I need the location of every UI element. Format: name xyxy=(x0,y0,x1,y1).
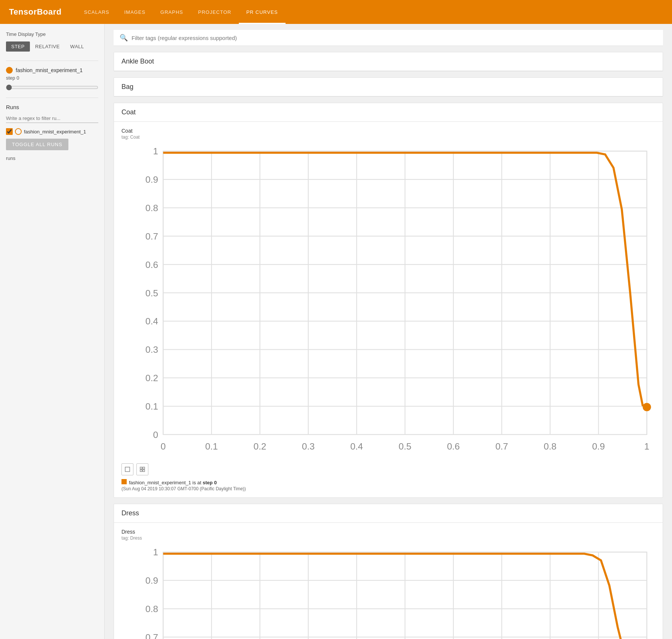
time-display-section: Time Display Type STEP RELATIVE WALL xyxy=(6,31,98,52)
svg-rect-48 xyxy=(143,467,145,469)
svg-text:0.5: 0.5 xyxy=(399,441,411,451)
toggle-all-runs-button[interactable]: TOGGLE ALL RUNS xyxy=(6,139,68,150)
dress-chart-container: Dress tag: Dress xyxy=(121,529,655,639)
app-header: TensorBoard SCALARS IMAGES GRAPHS PROJEC… xyxy=(0,0,672,24)
svg-rect-49 xyxy=(140,470,142,472)
svg-text:0.6: 0.6 xyxy=(447,441,460,451)
run-checkbox-row: fashion_mnist_experiment_1 xyxy=(6,128,98,135)
coat-chart-container: Coat tag: Coat xyxy=(121,128,655,491)
coat-chart-actions xyxy=(121,463,655,475)
dress-chart-tag: tag: Dress xyxy=(121,535,655,541)
app-logo: TensorBoard xyxy=(9,7,62,17)
run-entry-name: fashion_mnist_experiment_1 xyxy=(16,67,83,73)
svg-text:0.1: 0.1 xyxy=(145,401,158,411)
coat-chart-title: Coat xyxy=(121,128,655,134)
svg-text:0.6: 0.6 xyxy=(145,260,158,270)
svg-text:0.9: 0.9 xyxy=(145,575,158,586)
divider-2 xyxy=(6,98,98,98)
svg-text:0: 0 xyxy=(161,441,166,451)
expand-icon xyxy=(125,467,130,472)
nav-graphs[interactable]: GRAPHS xyxy=(153,0,191,24)
nav-scalars[interactable]: SCALARS xyxy=(77,0,117,24)
coat-expand-btn[interactable] xyxy=(121,463,133,475)
time-btn-wall[interactable]: WALL xyxy=(65,41,89,52)
svg-text:1: 1 xyxy=(153,146,158,156)
svg-text:0.8: 0.8 xyxy=(145,203,158,213)
section-dress-title: Dress xyxy=(114,504,663,523)
dress-chart-title: Dress xyxy=(121,529,655,535)
svg-text:0.4: 0.4 xyxy=(350,441,363,451)
nav-pr-curves[interactable]: PR CURVES xyxy=(239,0,286,24)
coat-legend-color xyxy=(121,479,127,484)
svg-text:0.1: 0.1 xyxy=(205,441,218,451)
svg-text:0.9: 0.9 xyxy=(592,441,605,451)
runs-filter-input[interactable] xyxy=(6,114,98,123)
main-content: 🔍 Ankle Boot Bag Coat Coat tag: Coat xyxy=(105,24,672,639)
step-slider[interactable] xyxy=(6,84,98,90)
svg-text:0.8: 0.8 xyxy=(544,441,557,451)
nav-projector[interactable]: PROJECTOR xyxy=(191,0,239,24)
coat-legend-text: fashion_mnist_experiment_1 is at step 0 xyxy=(129,480,217,485)
divider-1 xyxy=(6,61,98,61)
section-dress: Dress Dress tag: Dress xyxy=(114,504,663,639)
section-coat-body: Coat tag: Coat xyxy=(114,122,663,497)
tag-filter-input[interactable] xyxy=(132,35,657,41)
svg-point-45 xyxy=(643,403,651,411)
run-checkbox[interactable] xyxy=(6,128,13,135)
run-circle-icon xyxy=(15,128,22,135)
coat-chart-area: 1 0.9 0.8 0.7 0.6 0.5 0.4 0.3 0.2 0.1 0 xyxy=(121,143,655,460)
run-item-label: fashion_mnist_experiment_1 xyxy=(24,129,86,135)
section-coat: Coat Coat tag: Coat xyxy=(114,103,663,498)
coat-fit-btn[interactable] xyxy=(136,463,148,475)
coat-chart-tag: tag: Coat xyxy=(121,135,655,140)
svg-text:0: 0 xyxy=(153,430,158,440)
svg-text:0.8: 0.8 xyxy=(145,604,158,614)
svg-rect-47 xyxy=(140,467,142,469)
main-layout: Time Display Type STEP RELATIVE WALL fas… xyxy=(0,24,672,639)
svg-text:0.4: 0.4 xyxy=(145,316,158,326)
section-bag-title: Bag xyxy=(114,78,663,96)
svg-text:1: 1 xyxy=(644,441,650,451)
dress-chart-area: 1 0.9 0.8 0.7 xyxy=(121,544,655,639)
svg-text:0.5: 0.5 xyxy=(145,288,158,298)
coat-chart-svg: 1 0.9 0.8 0.7 0.6 0.5 0.4 0.3 0.2 0.1 0 xyxy=(121,143,655,460)
svg-text:0.9: 0.9 xyxy=(145,175,158,185)
dress-chart-svg: 1 0.9 0.8 0.7 xyxy=(121,544,655,639)
section-ankle-boot-title: Ankle Boot xyxy=(114,52,663,71)
nav-images[interactable]: IMAGES xyxy=(117,0,153,24)
svg-text:0.2: 0.2 xyxy=(145,373,158,383)
run-step-label: step 0 xyxy=(6,75,98,81)
svg-rect-50 xyxy=(143,470,145,472)
run-entry: fashion_mnist_experiment_1 xyxy=(6,67,98,74)
runs-section: Runs fashion_mnist_experiment_1 TOGGLE A… xyxy=(6,104,98,161)
svg-rect-46 xyxy=(125,467,130,472)
svg-text:0.7: 0.7 xyxy=(495,441,508,451)
section-dress-body: Dress tag: Dress xyxy=(114,523,663,639)
svg-text:0.2: 0.2 xyxy=(253,441,266,451)
runs-title: Runs xyxy=(6,104,98,110)
svg-text:0.7: 0.7 xyxy=(145,231,158,241)
svg-text:0.7: 0.7 xyxy=(145,632,158,639)
fit-icon xyxy=(140,467,145,472)
time-display-title: Time Display Type xyxy=(6,31,98,37)
coat-chart-legend: fashion_mnist_experiment_1 is at step 0 xyxy=(121,479,655,485)
step-slider-container xyxy=(6,84,98,92)
section-coat-title: Coat xyxy=(114,103,663,122)
svg-text:0.3: 0.3 xyxy=(302,441,315,451)
section-ankle-boot: Ankle Boot xyxy=(114,52,663,71)
coat-legend-time: (Sun Aug 04 2019 10:30:07 GMT-0700 (Paci… xyxy=(121,486,655,491)
sidebar: Time Display Type STEP RELATIVE WALL fas… xyxy=(0,24,105,639)
section-bag: Bag xyxy=(114,77,663,97)
time-btn-step[interactable]: STEP xyxy=(6,41,30,52)
search-icon: 🔍 xyxy=(120,34,128,42)
svg-text:0.3: 0.3 xyxy=(145,345,158,355)
run-color-indicator xyxy=(6,67,13,74)
filter-bar: 🔍 xyxy=(114,30,663,46)
main-nav: SCALARS IMAGES GRAPHS PROJECTOR PR CURVE… xyxy=(77,0,286,24)
svg-text:1: 1 xyxy=(153,547,158,557)
time-btn-relative[interactable]: RELATIVE xyxy=(30,41,65,52)
time-display-buttons: STEP RELATIVE WALL xyxy=(6,41,98,52)
runs-footer: runs xyxy=(6,155,98,161)
